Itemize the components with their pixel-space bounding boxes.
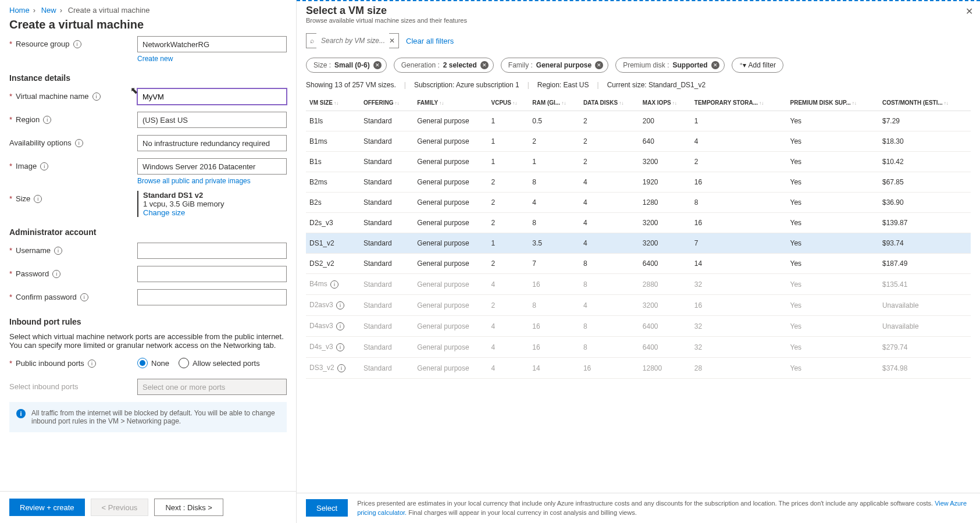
browse-images-link[interactable]: Browse all public and private images [137,177,287,185]
search-input[interactable]: ⌕ ✕ [306,33,399,48]
info-icon[interactable]: i [330,280,338,289]
table-row[interactable]: D2s_v3StandardGeneral purpose284320016Ye… [306,213,971,233]
info-icon[interactable]: i [43,116,51,124]
add-filter-button[interactable]: ⁺▾ Add filter [732,58,783,73]
table-row[interactable]: DS2_v2StandardGeneral purpose278640014Ye… [306,254,971,274]
remove-filter-icon[interactable]: ✕ [595,61,603,69]
remove-filter-icon[interactable]: ✕ [373,61,382,69]
filter-pill[interactable]: Size : Small (0-6)✕ [306,58,387,73]
change-size-link[interactable]: Change size [143,208,287,217]
breadcrumb: Home› New› Create a virtual machine [9,6,287,15]
username-input[interactable] [137,243,287,259]
search-icon: ⌕ [310,37,314,45]
info-icon[interactable]: i [75,139,83,147]
info-icon[interactable]: i [54,247,62,255]
resource-group-select[interactable]: NetworkWatcherRG [137,36,287,52]
panel-title: Select a VM size [306,5,971,17]
region-label: Region [16,115,40,124]
breadcrumb-current: Create a virtual machine [68,6,150,15]
filter-pill[interactable]: Family : General purpose✕ [501,58,608,73]
image-label: Image [16,162,37,170]
table-row[interactable]: D4asv3 iStandardGeneral purpose416864003… [306,316,971,337]
info-icon[interactable]: i [336,301,344,309]
vm-name-input[interactable] [137,88,287,105]
size-label: Size [16,194,30,203]
column-header[interactable]: TEMPORARY STORA...↑↓ [691,95,787,111]
username-label: Username [16,246,51,255]
review-create-button[interactable]: Review + create [9,499,85,516]
confirm-input[interactable] [137,289,287,305]
table-row[interactable]: B4ms iStandardGeneral purpose4168288032Y… [306,274,971,295]
panel-subtitle: Browse available virtual machine sizes a… [306,17,971,24]
select-ports-select[interactable]: Select one or more ports [137,379,287,395]
table-row[interactable]: DS1_v2StandardGeneral purpose13.5432007Y… [306,233,971,254]
table-row[interactable]: B1msStandardGeneral purpose1226404Yes$18… [306,131,971,152]
info-box: i All traffic from the internet will be … [9,402,287,432]
page-title: Create a virtual machine [9,18,287,31]
admin-heading: Administrator account [9,227,287,237]
remove-filter-icon[interactable]: ✕ [480,61,489,69]
table-row[interactable]: B2msStandardGeneral purpose284192016Yes$… [306,172,971,193]
pricing-note: Prices presented are estimates in your l… [357,499,971,517]
table-row[interactable]: D2asv3 iStandardGeneral purpose284320016… [306,295,971,316]
column-header[interactable]: OFFERING↑↓ [360,95,414,111]
info-icon[interactable]: i [336,343,344,351]
table-row[interactable]: B2sStandardGeneral purpose24412808Yes$36… [306,193,971,213]
add-icon: ⁺▾ [739,61,746,69]
column-header[interactable]: VCPUS↑↓ [488,95,529,111]
info-icon[interactable]: i [34,195,42,203]
inbound-heading: Inbound port rules [9,317,287,326]
previous-button: < Previous [91,499,149,516]
info-icon: i [16,409,26,418]
close-icon[interactable]: ✕ [965,6,973,17]
size-spec: 1 vcpu, 3.5 GiB memory [143,200,287,208]
info-icon[interactable]: i [92,92,101,101]
column-header[interactable]: DATA DISKS↑↓ [580,95,639,111]
info-icon[interactable]: i [88,360,96,368]
showing-count: Showing 13 of 257 VM sizes. [306,81,396,89]
confirm-label: Confirm password [16,293,77,301]
info-icon[interactable]: i [73,40,81,48]
column-header[interactable]: PREMIUM DISK SUP...↑↓ [787,95,879,111]
filter-pill[interactable]: Generation : 2 selected✕ [394,58,494,73]
radio-none[interactable]: None [137,358,169,368]
inbound-desc: Select which virtual machine network por… [9,332,287,350]
public-ports-label: Public inbound ports [16,359,84,368]
select-button[interactable]: Select [306,499,348,517]
info-icon[interactable]: i [336,322,344,330]
table-row[interactable]: DS3_v2 iStandardGeneral purpose414161280… [306,358,971,379]
info-icon[interactable]: i [337,364,345,372]
size-name: Standard DS1 v2 [143,191,287,200]
availability-select[interactable]: No infrastructure redundancy required [137,135,287,151]
instance-details-heading: Instance details [9,73,287,83]
password-label: Password [16,269,49,278]
column-header[interactable]: MAX IOPS↑↓ [639,95,691,111]
vm-name-label: Virtual machine name [16,92,89,101]
next-button[interactable]: Next : Disks > [154,499,223,516]
create-new-link[interactable]: Create new [137,55,287,63]
table-row[interactable]: B1sStandardGeneral purpose11232002Yes$10… [306,152,971,172]
column-header[interactable]: COST/MONTH (ESTI...↑↓ [879,95,971,111]
clear-search-icon[interactable]: ✕ [389,37,395,45]
info-icon[interactable]: i [52,270,60,278]
column-header[interactable]: FAMILY↑↓ [414,95,487,111]
info-icon[interactable]: i [80,293,88,301]
image-select[interactable]: Windows Server 2016 Datacenter [137,158,287,175]
vm-size-table: VM SIZE↑↓OFFERING↑↓FAMILY↑↓VCPUS↑↓RAM (G… [306,95,971,379]
breadcrumb-new[interactable]: New [41,6,56,15]
resource-group-label: Resource group [16,40,70,48]
region-select[interactable]: (US) East US [137,112,287,128]
column-header[interactable]: RAM (GI...↑↓ [529,95,580,111]
breadcrumb-home[interactable]: Home [9,6,30,15]
select-ports-label: Select inbound ports [9,382,79,391]
table-row[interactable]: B1lsStandardGeneral purpose10.522001Yes$… [306,111,971,131]
table-row[interactable]: D4s_v3 iStandardGeneral purpose416864003… [306,337,971,358]
filter-pill[interactable]: Premium disk : Supported✕ [615,58,724,73]
remove-filter-icon[interactable]: ✕ [711,61,719,69]
password-input[interactable] [137,266,287,282]
info-icon[interactable]: i [40,162,48,170]
radio-allow[interactable]: Allow selected ports [179,358,260,368]
column-header[interactable]: VM SIZE↑↓ [306,95,360,111]
availability-label: Availability options [9,138,72,147]
clear-filters-link[interactable]: Clear all filters [406,37,454,45]
